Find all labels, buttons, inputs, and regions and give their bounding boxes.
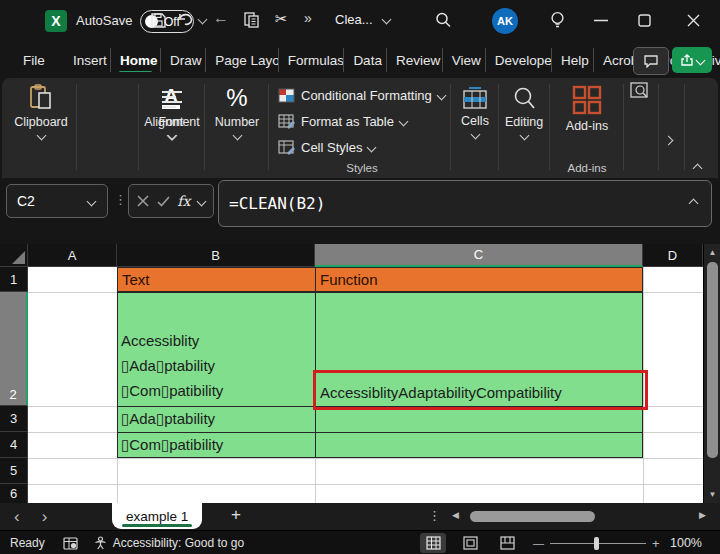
tab-page-layout[interactable]: Page Layo: [205, 48, 278, 72]
copy-icon[interactable]: [243, 11, 260, 29]
scroll-down-icon[interactable]: ▼: [704, 490, 720, 500]
format-as-table-button[interactable]: Format as Table: [278, 108, 445, 134]
page-break-view-button[interactable]: [494, 533, 520, 553]
cell-b4[interactable]: ▯Com▯patibility: [121, 436, 223, 454]
clipboard-group-button[interactable]: Clipboard: [6, 84, 76, 139]
row-header-2[interactable]: 2: [0, 292, 28, 406]
insert-function-icon[interactable]: fx: [177, 193, 190, 209]
share-dropdown-icon: [696, 55, 706, 65]
editing-group-button[interactable]: Editing: [500, 84, 548, 139]
sheet-more-icon[interactable]: ⋮: [428, 508, 441, 523]
cell-b1[interactable]: Text: [122, 271, 150, 288]
number-group-button[interactable]: % Number: [208, 84, 266, 139]
column-header-b[interactable]: B: [117, 244, 315, 267]
addins-button[interactable]: Add-ins: [554, 84, 620, 133]
lightbulb-icon[interactable]: [549, 10, 566, 30]
share-button[interactable]: [672, 47, 712, 73]
macro-record-icon[interactable]: [63, 537, 78, 550]
row-header-4[interactable]: 4: [0, 432, 28, 458]
search-icon[interactable]: [434, 11, 452, 29]
tab-draw[interactable]: Draw: [160, 48, 205, 72]
cell-c1[interactable]: Function: [320, 271, 378, 288]
more-commands-icon[interactable]: »: [304, 10, 312, 26]
row-header-6[interactable]: 6: [0, 484, 28, 503]
accessibility-status[interactable]: Accessibility: Good to go: [113, 536, 244, 550]
collapse-ribbon-button[interactable]: [694, 158, 701, 176]
enter-icon[interactable]: [157, 196, 170, 207]
row-header-5[interactable]: 5: [0, 458, 28, 484]
save-icon[interactable]: [150, 12, 167, 29]
cell-b2[interactable]: Accessiblity ▯Ada▯ptability ▯Com▯patibil…: [121, 293, 311, 403]
zoom-slider-thumb[interactable]: [594, 537, 599, 550]
cells-dropdown-icon: [470, 130, 480, 140]
analyze-data-icon[interactable]: [630, 82, 652, 102]
new-sheet-button[interactable]: +: [231, 505, 241, 525]
format-as-table-icon: [278, 114, 295, 129]
comment-icon: [643, 54, 659, 68]
ribbon-more-button[interactable]: [665, 130, 672, 148]
tab-developer[interactable]: Develope: [485, 48, 551, 72]
column-header-c[interactable]: C: [315, 244, 643, 267]
zoom-slider[interactable]: [550, 543, 646, 544]
horizontal-scroll-thumb[interactable]: [470, 511, 595, 522]
vertical-scroll-thumb[interactable]: [707, 262, 718, 458]
zoom-level[interactable]: 100%: [670, 536, 702, 550]
tab-data[interactable]: Data: [343, 48, 386, 72]
zoom-in-button[interactable]: +: [652, 536, 660, 551]
document-title[interactable]: Clea...: [335, 12, 390, 27]
fx-dropdown-icon: [197, 196, 207, 206]
expand-formula-bar-icon[interactable]: [689, 199, 699, 209]
cell-styles-button[interactable]: Cell Styles: [278, 134, 445, 160]
redo-icon[interactable]: ←: [213, 9, 229, 27]
close-button[interactable]: [687, 14, 700, 27]
tab-view[interactable]: View: [442, 48, 485, 72]
zoom-out-button[interactable]: —: [533, 537, 544, 549]
maximize-button[interactable]: [638, 14, 651, 27]
cell-b3[interactable]: ▯Ada▯ptability: [121, 410, 215, 428]
autosave-label: AutoSave: [76, 13, 132, 28]
fat-dropdown-icon: [399, 116, 409, 126]
comments-button[interactable]: [633, 47, 669, 75]
header-row-cells[interactable]: Text Function: [117, 267, 643, 292]
tab-file[interactable]: File: [14, 48, 50, 72]
cancel-icon[interactable]: [137, 195, 149, 207]
minimize-button[interactable]: [594, 19, 608, 22]
cell-styles-icon: [278, 140, 295, 155]
hscroll-left-icon[interactable]: ◀: [452, 510, 459, 520]
cf-dropdown-icon: [436, 90, 446, 100]
row-header-1[interactable]: 1: [0, 267, 28, 292]
account-avatar[interactable]: AK: [492, 8, 518, 34]
column-header-a[interactable]: A: [28, 244, 117, 267]
percent-icon: %: [226, 84, 247, 112]
excel-logo-icon[interactable]: X: [45, 10, 67, 32]
name-box[interactable]: C2: [6, 184, 108, 218]
sheet-nav-right-icon[interactable]: ›: [42, 507, 48, 527]
undo-button[interactable]: [177, 11, 206, 28]
spreadsheet-grid: A B C D 1 2 3 4 5 6 Text Function Access: [0, 244, 720, 503]
title-bar: X AutoSave Off ← ✂ » Clea... AK: [0, 0, 720, 42]
tab-review[interactable]: Review: [386, 48, 442, 72]
tab-formulas[interactable]: Formulas: [278, 48, 344, 72]
cut-icon[interactable]: ✂: [275, 10, 288, 28]
normal-view-button[interactable]: [420, 533, 446, 553]
tab-home[interactable]: Home: [110, 48, 160, 72]
scroll-up-icon[interactable]: ▲: [704, 248, 720, 258]
accessibility-icon[interactable]: [94, 536, 107, 550]
sheet-tab-example1[interactable]: example 1: [112, 503, 202, 529]
select-all-corner[interactable]: [0, 244, 28, 267]
cells-group-button[interactable]: Cells: [452, 84, 498, 138]
alignment-group-button[interactable]: Alignment: [141, 84, 203, 139]
formula-buttons: fx: [128, 184, 214, 218]
vertical-scrollbar[interactable]: ▲ ▼: [703, 244, 720, 503]
number-dropdown-icon: [232, 131, 242, 141]
formula-bar-splitter-icon[interactable]: ⋮: [114, 192, 127, 207]
page-layout-view-button[interactable]: [457, 533, 483, 553]
tab-help[interactable]: Help: [551, 48, 593, 72]
column-header-d[interactable]: D: [643, 244, 703, 267]
row-header-3[interactable]: 3: [0, 406, 28, 432]
formula-bar[interactable]: =CLEAN(B2): [218, 180, 712, 227]
conditional-formatting-button[interactable]: Conditional Formatting: [278, 82, 445, 108]
sheet-nav-left-icon[interactable]: ‹: [14, 507, 20, 527]
tab-insert[interactable]: Insert: [64, 48, 110, 72]
hscroll-right-icon[interactable]: ▶: [699, 510, 706, 520]
